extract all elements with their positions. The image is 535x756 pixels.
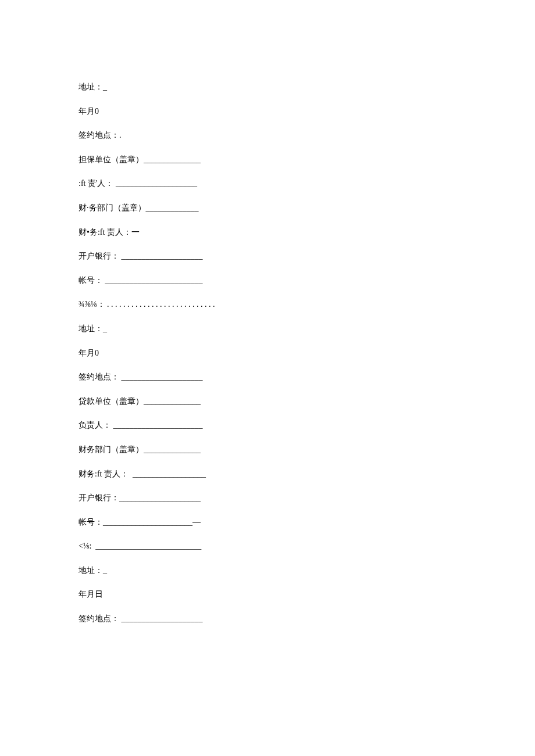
text-line: :ft 责'人： ____________________ (79, 178, 486, 189)
text-line: 财•务:ft 责人：一 (79, 227, 486, 238)
text-line: 年月0 (79, 347, 486, 359)
text-line: 地址：_ (79, 81, 486, 93)
text-line: 地址：_ (79, 323, 486, 335)
text-line: 贷款单位（盖章）______________ (79, 396, 486, 407)
text-line: 财务部门（盖章）______________ (79, 444, 486, 456)
text-line: 财务:ft 责人： __________________ (79, 468, 486, 480)
text-line: 担保单位（盖章）______________ (79, 154, 486, 166)
text-line: 开户银行：____________________ (79, 492, 486, 504)
text-line: 帐号： ________________________ (79, 275, 486, 286)
text-line: <⅛: __________________________ (79, 540, 486, 552)
text-line: 财·务部门（盖章）_____________ (79, 202, 486, 214)
text-line: 负责人： ______________________ (79, 420, 486, 431)
text-line: 年月日 (79, 589, 486, 600)
text-line: 开户银行： ____________________ (79, 250, 486, 262)
text-line: ¾⅜⅛： . . . . . . . . . . . . . . . . . .… (79, 299, 486, 310)
text-line: 签约地点： ____________________ (79, 613, 486, 625)
text-line: 年月0 (79, 106, 486, 117)
document-page: 地址：_ 年月0 签约地点：. 担保单位（盖章）______________ :… (0, 0, 486, 625)
text-line: 帐号：______________________— (79, 517, 486, 528)
text-line: 地址：_ (79, 565, 486, 576)
text-line: 签约地点： ____________________ (79, 371, 486, 383)
text-line: 签约地点：. (79, 130, 486, 141)
